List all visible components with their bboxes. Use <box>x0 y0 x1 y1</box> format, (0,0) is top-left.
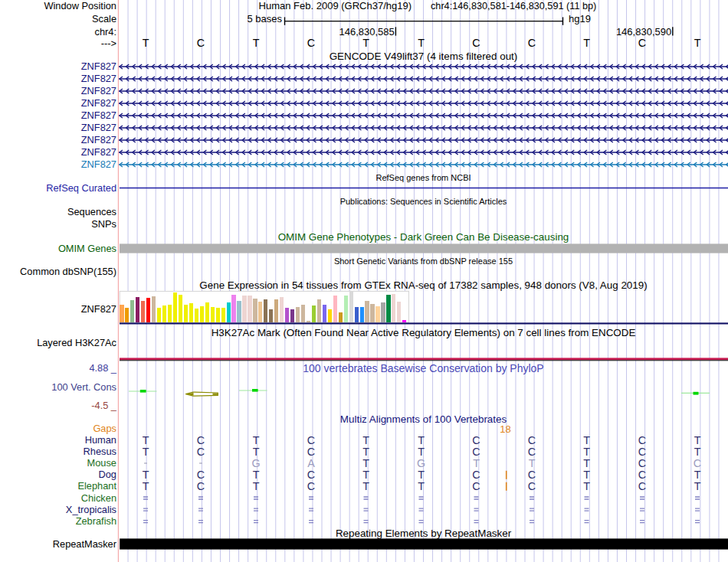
svg-text:T: T <box>362 469 369 481</box>
svg-text:C: C <box>197 480 205 492</box>
svg-text:chr4:: chr4: <box>95 26 116 38</box>
svg-text:4.88 _: 4.88 _ <box>89 362 116 374</box>
svg-text:H3K27Ac Mark (Often Found Near: H3K27Ac Mark (Often Found Near Active Re… <box>212 327 636 338</box>
svg-text:T: T <box>362 480 369 492</box>
svg-text:Gene Expression in 54 tissues: Gene Expression in 54 tissues from GTEx … <box>199 279 647 291</box>
svg-text:C: C <box>307 434 315 446</box>
svg-text:OMIM Gene Phenotypes - Dark Gr: OMIM Gene Phenotypes - Dark Green Can Be… <box>278 231 569 243</box>
svg-text:C: C <box>528 446 536 458</box>
svg-text:C: C <box>307 37 315 49</box>
svg-text:GENCODE V49lift37 (4 items fil: GENCODE V49lift37 (4 items filtered out) <box>330 51 518 62</box>
svg-text:Dog: Dog <box>99 469 116 480</box>
svg-text:Common dbSNP(155): Common dbSNP(155) <box>20 266 116 277</box>
svg-text:ZNF827: ZNF827 <box>81 146 116 158</box>
svg-text:C: C <box>472 480 480 492</box>
svg-text:C: C <box>307 446 315 458</box>
svg-text:T: T <box>253 469 260 481</box>
svg-text:T: T <box>583 469 590 481</box>
svg-text:T: T <box>253 446 260 458</box>
svg-text:ZNF827: ZNF827 <box>81 158 116 170</box>
svg-text:T: T <box>473 457 480 469</box>
svg-text:C: C <box>638 457 646 469</box>
svg-text:T: T <box>694 37 701 49</box>
svg-text:ZNF827: ZNF827 <box>81 122 116 133</box>
svg-text:Sequences: Sequences <box>67 206 116 217</box>
svg-text:Layered H3K27Ac: Layered H3K27Ac <box>37 337 116 348</box>
svg-text:C: C <box>472 434 480 446</box>
svg-text:ZNF827: ZNF827 <box>81 85 116 96</box>
svg-text:T: T <box>362 446 369 458</box>
svg-text:G: G <box>417 457 425 469</box>
svg-text:RefSeq genes from NCBI: RefSeq genes from NCBI <box>375 173 471 182</box>
svg-text:C: C <box>638 37 646 49</box>
svg-text:SNPs: SNPs <box>91 218 116 230</box>
svg-text:Gaps: Gaps <box>93 423 116 434</box>
svg-text:T: T <box>583 434 590 446</box>
svg-text:C: C <box>638 469 646 481</box>
svg-text:Scale: Scale <box>92 13 116 25</box>
svg-text:Chicken: Chicken <box>81 492 116 504</box>
svg-text:T: T <box>583 446 590 458</box>
svg-text:T: T <box>143 469 149 481</box>
svg-text:C: C <box>472 469 480 481</box>
svg-text:100 Vert. Cons: 100 Vert. Cons <box>51 381 116 393</box>
svg-text:T: T <box>253 480 260 492</box>
svg-text:ZNF827: ZNF827 <box>81 109 116 121</box>
svg-text:Window Position: Window Position <box>44 0 116 11</box>
svg-text:T: T <box>418 446 425 458</box>
svg-text:T: T <box>253 434 260 446</box>
svg-text:T: T <box>362 434 369 446</box>
svg-text:G: G <box>251 457 260 469</box>
svg-text:C: C <box>197 37 205 49</box>
svg-text:Zebrafish: Zebrafish <box>76 515 116 527</box>
svg-text:T: T <box>143 434 149 446</box>
svg-text:T: T <box>694 434 701 446</box>
svg-text:C: C <box>638 434 646 446</box>
svg-text:T: T <box>362 37 369 49</box>
svg-text:T: T <box>143 37 149 49</box>
svg-text:C: C <box>472 446 480 458</box>
svg-text:Human Feb. 2009 (GRCh37/hg19): Human Feb. 2009 (GRCh37/hg19) <box>259 0 412 11</box>
svg-text:Elephant: Elephant <box>77 480 116 492</box>
svg-text:C: C <box>694 457 701 469</box>
svg-text:ZNF827: ZNF827 <box>81 303 116 315</box>
svg-text:T: T <box>583 480 590 492</box>
svg-text:T: T <box>143 480 149 492</box>
svg-text:-4.5 _: -4.5 _ <box>91 400 117 411</box>
svg-text:T: T <box>583 37 590 49</box>
svg-text:--->: ---> <box>101 38 116 49</box>
svg-text:100 vertebrates Basewise Conse: 100 vertebrates Basewise Conservation by… <box>303 362 543 374</box>
svg-text:chr4:146,830,581-146,830,591 (: chr4:146,830,581-146,830,591 (11 bp) <box>431 1 596 11</box>
svg-text:T: T <box>529 457 536 469</box>
svg-text:ZNF827: ZNF827 <box>81 134 116 145</box>
svg-text:ZNF827: ZNF827 <box>81 97 116 109</box>
svg-text:Mouse: Mouse <box>87 457 116 469</box>
svg-text:T: T <box>694 469 701 481</box>
svg-text:T: T <box>694 446 701 458</box>
svg-text:Multiz Alignments of 100 Verte: Multiz Alignments of 100 Vertebrates <box>340 413 507 425</box>
svg-text:OMIM Genes: OMIM Genes <box>58 243 116 254</box>
svg-text:C: C <box>528 480 536 492</box>
svg-text:T: T <box>253 37 260 49</box>
svg-text:hg19: hg19 <box>569 13 591 25</box>
svg-text:Publications: Sequences in Sci: Publications: Sequences in Scientific Ar… <box>340 197 507 206</box>
svg-text:T: T <box>418 434 425 446</box>
svg-text:RepeatMasker: RepeatMasker <box>53 538 117 550</box>
svg-text:T: T <box>418 469 425 481</box>
svg-text:Rhesus: Rhesus <box>84 446 116 457</box>
svg-text:C: C <box>197 446 205 458</box>
svg-text:T: T <box>418 480 425 492</box>
svg-text:C: C <box>638 480 646 492</box>
svg-text:C: C <box>638 446 646 458</box>
svg-text:Repeating Elements by RepeatMa: Repeating Elements by RepeatMasker <box>336 528 512 539</box>
svg-text:C: C <box>472 37 480 49</box>
svg-text:C: C <box>528 434 536 446</box>
svg-text:5 bases: 5 bases <box>247 13 282 25</box>
svg-text:C: C <box>197 434 205 446</box>
svg-text:ZNF827: ZNF827 <box>81 73 116 84</box>
svg-text:C: C <box>528 37 536 49</box>
svg-text:T: T <box>418 37 425 49</box>
svg-text:Human: Human <box>85 434 116 446</box>
svg-text:X_tropicalis: X_tropicalis <box>66 504 116 515</box>
svg-text:Short Genetic Variants from db: Short Genetic Variants from dbSNP releas… <box>334 256 513 266</box>
